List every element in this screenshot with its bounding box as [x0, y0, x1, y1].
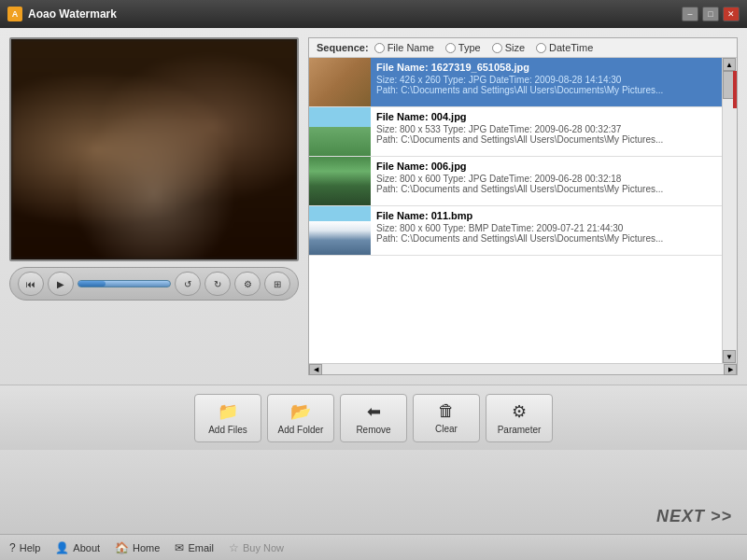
- play-button[interactable]: ▶: [48, 272, 74, 296]
- h-scroll-right[interactable]: ▶: [724, 364, 737, 375]
- status-bar: ? Help 👤 About 🏠 Home ✉ Email ☆ Buy Now: [0, 534, 747, 560]
- file-meta-2: Size: 747 x 560 Type: JPG DateTime: 2009…: [376, 174, 716, 184]
- toolbar: 📁 Add Files 📂 Add Folder ⬅ Remove 🗑 Clea…: [0, 385, 747, 450]
- parameter-button[interactable]: ⚙ Parameter: [486, 394, 553, 442]
- minimize-button[interactable]: –: [682, 7, 698, 21]
- file-info-2: File Name: 006.jpgSize: 747 x 560 Type: …: [371, 157, 722, 205]
- file-item-2[interactable]: File Name: 006.jpgSize: 747 x 560 Type: …: [309, 157, 722, 206]
- scrollbar-track[interactable]: [723, 71, 737, 350]
- sequence-filename[interactable]: File Name: [374, 42, 434, 53]
- file-name-0: File Name: 1627319_651058.jpg: [376, 62, 716, 73]
- sequence-datetime[interactable]: DateTime: [536, 42, 593, 53]
- file-item-3[interactable]: File Name: 011.bmpSize: 747 x 560 Type: …: [309, 206, 722, 256]
- app-icon: A: [7, 7, 22, 21]
- clear-label: Clear: [435, 424, 458, 434]
- sequence-options: File Name Type Size DateTime: [374, 42, 594, 53]
- file-meta-0: Size: 426 x 260 Type: JPG DateTime: 2009…: [376, 75, 716, 85]
- buynow-link[interactable]: ☆ Buy Now: [229, 541, 284, 554]
- file-info-0: File Name: 1627319_651058.jpgSize: 426 x…: [371, 58, 722, 106]
- progress-bar[interactable]: [78, 280, 171, 287]
- file-list-area: File Name: 1627319_651058.jpgSize: 426 x…: [309, 58, 737, 363]
- horizontal-scrollbar: ◀ ▶: [309, 363, 737, 374]
- scrollbar-up-button[interactable]: ▲: [723, 58, 736, 71]
- clear-button[interactable]: 🗑 Clear: [413, 394, 480, 442]
- right-panel: Sequence: File Name Type Size: [308, 37, 738, 375]
- file-item-0[interactable]: File Name: 1627319_651058.jpgSize: 426 x…: [309, 58, 722, 107]
- h-scroll-left[interactable]: ◀: [309, 364, 322, 375]
- content-area: ⏮ ▶ ↺ ↻ ⚙ ⊞ Sequence: File Nam: [0, 28, 747, 385]
- file-info-3: File Name: 011.bmpSize: 747 x 560 Type: …: [371, 206, 722, 255]
- prev-button[interactable]: ⏮: [18, 272, 44, 296]
- title-bar-left: A Aoao Watermark: [7, 7, 117, 21]
- remove-label: Remove: [356, 425, 390, 435]
- about-label: About: [73, 542, 100, 553]
- email-link[interactable]: ✉ Email: [175, 541, 214, 554]
- home-label: Home: [133, 542, 160, 553]
- sequence-type[interactable]: Type: [445, 42, 481, 53]
- help-label: Help: [20, 542, 41, 553]
- remove-icon: ⬅: [367, 401, 381, 422]
- radio-datetime[interactable]: [536, 43, 546, 53]
- scrollbar-down-button[interactable]: ▼: [723, 350, 736, 363]
- file-thumb-1: [309, 107, 371, 156]
- add-files-label: Add Files: [208, 425, 247, 435]
- add-files-button[interactable]: 📁 Add Files: [194, 394, 261, 442]
- forward-button[interactable]: ↻: [204, 272, 231, 296]
- about-link[interactable]: 👤 About: [55, 541, 100, 554]
- sequence-size-label: Size: [505, 42, 525, 53]
- file-thumb-0: [309, 58, 371, 106]
- next-section: NEXT >>: [0, 499, 747, 534]
- parameter-icon: ⚙: [512, 401, 527, 422]
- sequence-size[interactable]: Size: [492, 42, 525, 53]
- add-folder-button[interactable]: 📂 Add Folder: [267, 394, 334, 442]
- sequence-bar: Sequence: File Name Type Size: [309, 38, 737, 58]
- home-icon: 🏠: [115, 541, 129, 554]
- file-name-2: File Name: 006.jpg: [376, 161, 716, 172]
- file-name-3: File Name: 011.bmp: [376, 210, 716, 221]
- buynow-label: Buy Now: [243, 542, 284, 553]
- sequence-filename-label: File Name: [388, 42, 434, 53]
- video-preview: [9, 37, 299, 261]
- add-files-icon: 📁: [218, 401, 238, 422]
- window-controls: – □ ✕: [682, 7, 740, 21]
- radio-type[interactable]: [445, 43, 456, 53]
- radio-filename[interactable]: [374, 43, 385, 53]
- restore-button[interactable]: □: [702, 7, 719, 21]
- title-bar: A Aoao Watermark – □ ✕: [0, 0, 747, 28]
- file-path-3: Path: C:\Documents and Settings\All User…: [376, 233, 716, 244]
- left-panel: ⏮ ▶ ↺ ↻ ⚙ ⊞: [9, 37, 299, 375]
- radio-size[interactable]: [492, 43, 502, 53]
- video-content: [11, 39, 297, 259]
- controls-bar: ⏮ ▶ ↺ ↻ ⚙ ⊞: [9, 267, 299, 301]
- file-path-1: Path: C:\Documents and Settings\All User…: [376, 134, 716, 145]
- bottom-spacer: [0, 450, 747, 499]
- email-icon: ✉: [175, 541, 184, 554]
- main-window: ⏮ ▶ ↺ ↻ ⚙ ⊞ Sequence: File Nam: [0, 28, 747, 560]
- help-link[interactable]: ? Help: [9, 541, 40, 554]
- parameter-label: Parameter: [498, 425, 542, 435]
- file-list-inner: File Name: 1627319_651058.jpgSize: 426 x…: [309, 58, 722, 363]
- sequence-label: Sequence:: [317, 42, 369, 53]
- h-scroll-track[interactable]: [322, 364, 724, 374]
- bottom-area: NEXT >>: [0, 450, 747, 534]
- file-item-1[interactable]: File Name: 004.jpgSize: 800 x 533 Type: …: [309, 107, 722, 157]
- app-title: Aoao Watermark: [28, 7, 117, 21]
- remove-button[interactable]: ⬅ Remove: [340, 394, 407, 442]
- sequence-datetime-label: DateTime: [549, 42, 593, 53]
- help-icon: ?: [9, 541, 16, 554]
- settings-button[interactable]: ⚙: [234, 272, 261, 296]
- sequence-type-label: Type: [458, 42, 481, 53]
- file-path-0: Path: C:\Documents and Settings\All User…: [376, 85, 716, 95]
- home-link[interactable]: 🏠 Home: [115, 541, 160, 554]
- options-button[interactable]: ⊞: [264, 272, 290, 296]
- close-button[interactable]: ✕: [723, 7, 740, 21]
- file-thumb-3: [309, 206, 371, 255]
- email-label: Email: [188, 542, 214, 553]
- scrollbar-accent: [733, 71, 737, 108]
- add-folder-label: Add Folder: [278, 425, 324, 435]
- file-meta-1: Size: 800 x 533 Type: JPG DateTime: 2009…: [376, 124, 716, 134]
- file-thumb-2: [309, 157, 371, 205]
- rewind-button[interactable]: ↺: [175, 272, 201, 296]
- file-info-1: File Name: 004.jpgSize: 800 x 533 Type: …: [371, 107, 722, 156]
- next-button[interactable]: NEXT >>: [656, 507, 732, 526]
